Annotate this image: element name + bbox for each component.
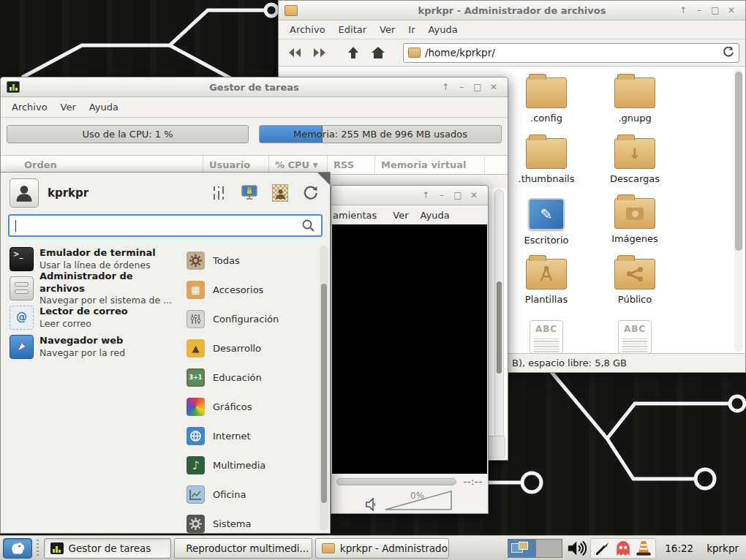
category-multimedia[interactable]: ♪ Multimedia [176,450,321,480]
media-player-titlebar[interactable]: ↑ – □ ✕ [331,186,488,205]
maximize-button[interactable]: □ [450,190,466,200]
settings-button[interactable] [208,183,229,203]
stylus-tray-icon[interactable] [595,540,611,556]
switch-user-button[interactable] [270,183,290,203]
app-item-mail[interactable]: @ Lector de correo Leer correo [1,303,176,332]
app-title: Navegador web [39,335,125,347]
category-todas[interactable]: Todas [176,246,321,275]
menu-ayuda[interactable]: Ayuda [422,22,464,37]
file-item-imagenes[interactable]: Imágenes [594,198,676,244]
doc-lines [622,337,647,353]
lock-screen-button[interactable] [239,183,260,203]
shade-button[interactable]: ↑ [675,5,691,15]
video-area[interactable] [332,224,487,474]
file-item-document-2[interactable]: ABC [594,320,676,353]
task-manager-scrollbar[interactable] [494,189,504,450]
app-subtitle: Usar la línea de órdenes [39,260,156,270]
file-item-escritorio[interactable]: ✎ Escritorio [505,198,587,246]
taskbar-item-task-manager[interactable]: Gestor de tareas [44,538,172,559]
workspace-switcher[interactable] [508,539,562,558]
taskbar-item-file-manager[interactable]: kprkpr - Administrador ... [315,538,449,559]
app-subtitle: Navegar por el sistema de ... [39,295,173,306]
applications-menu-button[interactable] [3,538,32,559]
forward-button[interactable] [309,43,330,62]
home-button[interactable] [368,43,388,62]
file-item-thumbnails[interactable]: .thumbnails [505,138,587,184]
category-desarrollo[interactable]: ▲ Desarrollo [176,333,321,363]
popup-corner-grip [317,173,330,185]
app-item-web-browser[interactable]: Navegador web Navegar por la red [1,332,176,361]
cpu-bar-label: Uso de la CPU: 1 % [82,129,173,140]
seek-slider[interactable] [336,478,456,485]
system-tray [590,538,656,559]
restart-icon [303,185,319,201]
app-item-file-manager[interactable]: Administrador de archivos Navegar por el… [1,273,176,303]
taskbar-item-label: Gestor de tareas [69,542,151,554]
menu-ver[interactable]: Ver [373,22,402,37]
path-bar[interactable]: /home/kprkpr/ [403,43,739,63]
category-accesorios[interactable]: ▦ Accesorios [176,275,321,304]
close-button[interactable]: ✕ [723,5,739,15]
file-item-document-1[interactable]: ABC [505,320,587,353]
whisker-scrollbar[interactable] [320,246,328,530]
column-rss[interactable]: RSS [328,156,375,174]
menu-ver[interactable]: Ver [54,99,83,115]
workspace-2[interactable] [535,540,562,557]
category-sistema[interactable]: Sistema [176,509,321,538]
close-button[interactable]: ✕ [466,190,482,200]
menu-ir[interactable]: Ir [402,22,421,37]
task-manager-titlebar[interactable]: Gestor de tareas ↑ – □ ✕ [1,77,508,97]
resize-grip[interactable] [486,436,505,458]
panel-handle[interactable] [37,540,39,557]
file-item-descargas[interactable]: ↓ Descargas [594,138,676,184]
vlc-tray-icon[interactable] [636,540,652,556]
app-item-terminal[interactable]: >_ Emulador de terminal Usar la línea de… [1,244,176,273]
folder-public-icon [614,259,655,290]
file-item-gnupg[interactable]: .gnupg [594,77,676,124]
back-button[interactable] [285,43,305,62]
file-manager-scrollbar[interactable] [734,69,743,352]
category-internet[interactable]: Internet [176,421,321,450]
category-configuracion[interactable]: Configuración [176,304,321,333]
menu-ayuda[interactable]: Ayuda [415,208,456,223]
window-title: Gestor de tareas [1,82,508,93]
menu-archivo[interactable]: Archivo [283,22,332,37]
maximize-button[interactable]: □ [707,5,723,15]
category-label: Todas [213,255,240,266]
maximize-button[interactable]: □ [470,82,486,92]
category-graficos[interactable]: Gráficos [176,392,321,421]
column-memoria-virtual[interactable]: Memoria virtual [375,156,485,174]
logout-button[interactable] [301,183,321,203]
path-text[interactable]: /home/kprkpr/ [425,47,718,58]
category-educacion[interactable]: 3+1 Educación [176,363,321,392]
shade-button[interactable]: ↑ [437,82,453,92]
close-button[interactable]: ✕ [486,82,502,92]
scrollbar-thumb[interactable] [497,281,502,374]
avatar[interactable] [10,178,39,208]
shade-button[interactable]: ↑ [418,190,434,200]
menu-editar[interactable]: Editar [332,22,374,37]
file-item-plantillas[interactable]: Plantillas [505,259,587,305]
file-item-config[interactable]: .config [505,77,587,124]
minimize-button[interactable]: – [691,5,707,15]
file-manager-titlebar[interactable]: kprkpr - Administrador de archivos ↑ – □… [279,1,745,20]
scrollbar-thumb[interactable] [321,284,327,503]
up-button[interactable] [343,43,363,62]
menu-archivo[interactable]: Archivo [5,99,54,115]
menu-ver[interactable]: Ver [387,208,414,223]
minimize-button[interactable]: – [453,82,470,92]
reload-icon[interactable] [723,47,734,58]
menu-herramientas-clipped[interactable]: amientas [331,208,383,223]
menu-ayuda[interactable]: Ayuda [83,99,125,115]
category-oficina[interactable]: Oficina [176,480,321,509]
scrollbar-thumb[interactable] [735,72,742,251]
mail-stamp-icon: @ [10,306,34,330]
minimize-button[interactable]: – [434,190,450,200]
workspace-1-active[interactable] [508,540,535,557]
ghost-tray-icon[interactable] [615,540,631,556]
clock[interactable]: 16:22 [665,542,693,554]
volume-tray-icon[interactable] [567,540,587,557]
search-box[interactable] [8,214,323,237]
file-item-publico[interactable]: Público [594,259,676,305]
taskbar-item-media-player[interactable]: Reproductor multimedi... [174,538,312,559]
